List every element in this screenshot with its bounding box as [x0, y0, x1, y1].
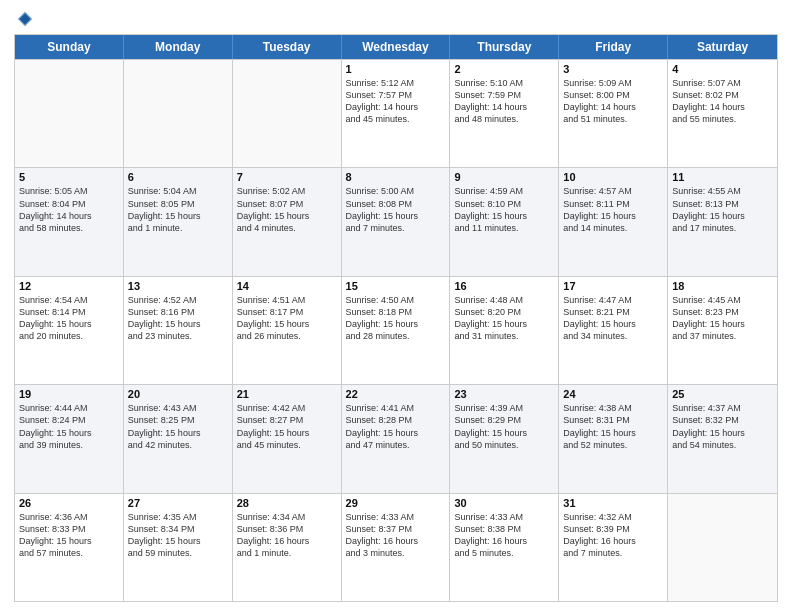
day-info: Sunrise: 4:48 AM Sunset: 8:20 PM Dayligh… [454, 294, 554, 343]
calendar-cell: 8Sunrise: 5:00 AM Sunset: 8:08 PM Daylig… [342, 168, 451, 275]
header-day-tuesday: Tuesday [233, 35, 342, 59]
calendar-cell: 23Sunrise: 4:39 AM Sunset: 8:29 PM Dayli… [450, 385, 559, 492]
day-info: Sunrise: 4:45 AM Sunset: 8:23 PM Dayligh… [672, 294, 773, 343]
calendar-cell: 1Sunrise: 5:12 AM Sunset: 7:57 PM Daylig… [342, 60, 451, 167]
calendar-cell: 16Sunrise: 4:48 AM Sunset: 8:20 PM Dayli… [450, 277, 559, 384]
calendar-cell: 19Sunrise: 4:44 AM Sunset: 8:24 PM Dayli… [15, 385, 124, 492]
calendar-cell: 26Sunrise: 4:36 AM Sunset: 8:33 PM Dayli… [15, 494, 124, 601]
day-info: Sunrise: 4:41 AM Sunset: 8:28 PM Dayligh… [346, 402, 446, 451]
day-info: Sunrise: 4:42 AM Sunset: 8:27 PM Dayligh… [237, 402, 337, 451]
calendar-cell: 11Sunrise: 4:55 AM Sunset: 8:13 PM Dayli… [668, 168, 777, 275]
day-info: Sunrise: 4:43 AM Sunset: 8:25 PM Dayligh… [128, 402, 228, 451]
calendar-cell: 24Sunrise: 4:38 AM Sunset: 8:31 PM Dayli… [559, 385, 668, 492]
day-number: 13 [128, 280, 228, 292]
day-number: 19 [19, 388, 119, 400]
day-info: Sunrise: 4:55 AM Sunset: 8:13 PM Dayligh… [672, 185, 773, 234]
calendar-cell [15, 60, 124, 167]
calendar-cell: 18Sunrise: 4:45 AM Sunset: 8:23 PM Dayli… [668, 277, 777, 384]
day-info: Sunrise: 4:39 AM Sunset: 8:29 PM Dayligh… [454, 402, 554, 451]
header [14, 10, 778, 28]
header-day-wednesday: Wednesday [342, 35, 451, 59]
day-number: 9 [454, 171, 554, 183]
day-info: Sunrise: 4:54 AM Sunset: 8:14 PM Dayligh… [19, 294, 119, 343]
day-number: 22 [346, 388, 446, 400]
day-info: Sunrise: 4:44 AM Sunset: 8:24 PM Dayligh… [19, 402, 119, 451]
calendar-cell: 6Sunrise: 5:04 AM Sunset: 8:05 PM Daylig… [124, 168, 233, 275]
calendar-cell [124, 60, 233, 167]
page: SundayMondayTuesdayWednesdayThursdayFrid… [0, 0, 792, 612]
day-number: 6 [128, 171, 228, 183]
calendar-row-2: 12Sunrise: 4:54 AM Sunset: 8:14 PM Dayli… [15, 276, 777, 384]
calendar-cell: 15Sunrise: 4:50 AM Sunset: 8:18 PM Dayli… [342, 277, 451, 384]
day-info: Sunrise: 5:04 AM Sunset: 8:05 PM Dayligh… [128, 185, 228, 234]
day-number: 17 [563, 280, 663, 292]
day-info: Sunrise: 4:52 AM Sunset: 8:16 PM Dayligh… [128, 294, 228, 343]
logo [14, 10, 34, 28]
calendar-body: 1Sunrise: 5:12 AM Sunset: 7:57 PM Daylig… [15, 59, 777, 601]
calendar-cell: 27Sunrise: 4:35 AM Sunset: 8:34 PM Dayli… [124, 494, 233, 601]
day-info: Sunrise: 5:12 AM Sunset: 7:57 PM Dayligh… [346, 77, 446, 126]
day-info: Sunrise: 4:59 AM Sunset: 8:10 PM Dayligh… [454, 185, 554, 234]
day-info: Sunrise: 4:35 AM Sunset: 8:34 PM Dayligh… [128, 511, 228, 560]
calendar-cell: 4Sunrise: 5:07 AM Sunset: 8:02 PM Daylig… [668, 60, 777, 167]
day-info: Sunrise: 4:33 AM Sunset: 8:37 PM Dayligh… [346, 511, 446, 560]
day-info: Sunrise: 4:38 AM Sunset: 8:31 PM Dayligh… [563, 402, 663, 451]
day-number: 4 [672, 63, 773, 75]
calendar-cell: 25Sunrise: 4:37 AM Sunset: 8:32 PM Dayli… [668, 385, 777, 492]
calendar-cell [233, 60, 342, 167]
day-info: Sunrise: 5:07 AM Sunset: 8:02 PM Dayligh… [672, 77, 773, 126]
calendar-row-0: 1Sunrise: 5:12 AM Sunset: 7:57 PM Daylig… [15, 59, 777, 167]
day-info: Sunrise: 4:47 AM Sunset: 8:21 PM Dayligh… [563, 294, 663, 343]
day-number: 20 [128, 388, 228, 400]
day-info: Sunrise: 4:37 AM Sunset: 8:32 PM Dayligh… [672, 402, 773, 451]
logo-icon [16, 10, 34, 28]
day-number: 11 [672, 171, 773, 183]
day-number: 15 [346, 280, 446, 292]
day-number: 1 [346, 63, 446, 75]
calendar-cell: 17Sunrise: 4:47 AM Sunset: 8:21 PM Dayli… [559, 277, 668, 384]
calendar-cell: 20Sunrise: 4:43 AM Sunset: 8:25 PM Dayli… [124, 385, 233, 492]
day-number: 12 [19, 280, 119, 292]
calendar-cell: 29Sunrise: 4:33 AM Sunset: 8:37 PM Dayli… [342, 494, 451, 601]
header-day-saturday: Saturday [668, 35, 777, 59]
day-number: 8 [346, 171, 446, 183]
day-info: Sunrise: 4:32 AM Sunset: 8:39 PM Dayligh… [563, 511, 663, 560]
day-number: 31 [563, 497, 663, 509]
day-number: 3 [563, 63, 663, 75]
day-number: 25 [672, 388, 773, 400]
day-number: 5 [19, 171, 119, 183]
day-number: 24 [563, 388, 663, 400]
day-number: 2 [454, 63, 554, 75]
calendar-row-3: 19Sunrise: 4:44 AM Sunset: 8:24 PM Dayli… [15, 384, 777, 492]
day-number: 27 [128, 497, 228, 509]
day-info: Sunrise: 4:50 AM Sunset: 8:18 PM Dayligh… [346, 294, 446, 343]
day-info: Sunrise: 4:57 AM Sunset: 8:11 PM Dayligh… [563, 185, 663, 234]
day-number: 28 [237, 497, 337, 509]
calendar-header: SundayMondayTuesdayWednesdayThursdayFrid… [15, 35, 777, 59]
day-info: Sunrise: 5:02 AM Sunset: 8:07 PM Dayligh… [237, 185, 337, 234]
day-info: Sunrise: 4:51 AM Sunset: 8:17 PM Dayligh… [237, 294, 337, 343]
calendar-cell [668, 494, 777, 601]
day-info: Sunrise: 5:05 AM Sunset: 8:04 PM Dayligh… [19, 185, 119, 234]
day-info: Sunrise: 4:33 AM Sunset: 8:38 PM Dayligh… [454, 511, 554, 560]
calendar-cell: 5Sunrise: 5:05 AM Sunset: 8:04 PM Daylig… [15, 168, 124, 275]
calendar-cell: 31Sunrise: 4:32 AM Sunset: 8:39 PM Dayli… [559, 494, 668, 601]
calendar-cell: 28Sunrise: 4:34 AM Sunset: 8:36 PM Dayli… [233, 494, 342, 601]
calendar-cell: 9Sunrise: 4:59 AM Sunset: 8:10 PM Daylig… [450, 168, 559, 275]
calendar-cell: 21Sunrise: 4:42 AM Sunset: 8:27 PM Dayli… [233, 385, 342, 492]
calendar-cell: 10Sunrise: 4:57 AM Sunset: 8:11 PM Dayli… [559, 168, 668, 275]
day-info: Sunrise: 5:10 AM Sunset: 7:59 PM Dayligh… [454, 77, 554, 126]
day-number: 29 [346, 497, 446, 509]
day-number: 21 [237, 388, 337, 400]
day-number: 14 [237, 280, 337, 292]
day-info: Sunrise: 5:00 AM Sunset: 8:08 PM Dayligh… [346, 185, 446, 234]
day-number: 16 [454, 280, 554, 292]
calendar-cell: 12Sunrise: 4:54 AM Sunset: 8:14 PM Dayli… [15, 277, 124, 384]
calendar-cell: 13Sunrise: 4:52 AM Sunset: 8:16 PM Dayli… [124, 277, 233, 384]
day-info: Sunrise: 5:09 AM Sunset: 8:00 PM Dayligh… [563, 77, 663, 126]
header-day-friday: Friday [559, 35, 668, 59]
day-number: 30 [454, 497, 554, 509]
day-number: 18 [672, 280, 773, 292]
calendar-cell: 3Sunrise: 5:09 AM Sunset: 8:00 PM Daylig… [559, 60, 668, 167]
calendar-row-1: 5Sunrise: 5:05 AM Sunset: 8:04 PM Daylig… [15, 167, 777, 275]
